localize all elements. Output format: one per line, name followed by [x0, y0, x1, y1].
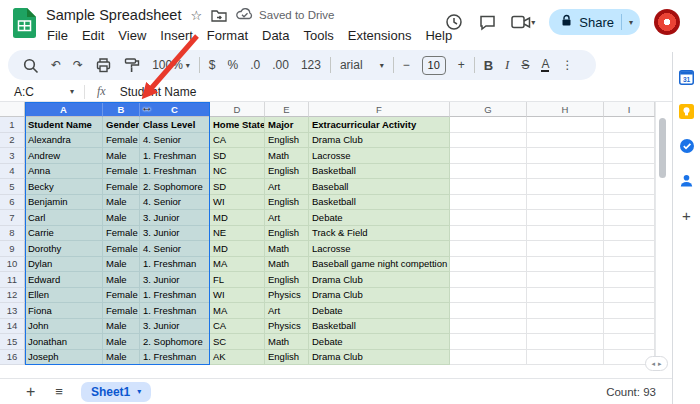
cell-E5[interactable]: Art [265, 179, 309, 195]
cell-G3[interactable] [450, 148, 527, 164]
cell-C10[interactable]: 1. Freshman [140, 257, 210, 273]
cell-C9[interactable]: 4. Senior [140, 241, 210, 257]
cell-A16[interactable]: Joseph [25, 350, 103, 366]
contacts-icon[interactable] [679, 173, 694, 192]
cell-D7[interactable]: MD [210, 210, 265, 226]
cell-A5[interactable]: Becky [25, 179, 103, 195]
cell-G4[interactable] [450, 164, 527, 180]
cell-E1[interactable]: Major [265, 117, 309, 133]
cell-H14[interactable] [527, 319, 604, 335]
redo-icon[interactable]: ↷ [67, 50, 89, 80]
cell-D9[interactable]: MD [210, 241, 265, 257]
cell-A12[interactable]: Ellen [25, 288, 103, 304]
cell-F1[interactable]: Extracurricular Activity [309, 117, 450, 133]
cell-C6[interactable]: 4. Senior [140, 195, 210, 211]
row-header-14[interactable]: 14 [0, 319, 25, 335]
more-toolbar-icon[interactable]: ⋮ [555, 50, 579, 80]
cell-H15[interactable] [527, 334, 604, 350]
font-size-field[interactable]: 10 [416, 50, 452, 80]
cell-G7[interactable] [450, 210, 527, 226]
cell-F13[interactable]: Debate [309, 303, 450, 319]
row-header-12[interactable]: 12 [0, 288, 25, 304]
increase-font-size-button[interactable]: + [452, 50, 471, 80]
cell-B5[interactable]: Female [103, 179, 140, 195]
cell-F8[interactable]: Track & Field [309, 226, 450, 242]
cell-G15[interactable] [450, 334, 527, 350]
cell-F2[interactable]: Drama Club [309, 133, 450, 149]
cell-I13[interactable] [604, 303, 655, 319]
cell-I5[interactable] [604, 179, 655, 195]
col-header-D[interactable]: D [210, 102, 265, 117]
row-header-9[interactable]: 9 [0, 241, 25, 257]
cell-D10[interactable]: MA [210, 257, 265, 273]
col-header-H[interactable]: H [527, 102, 604, 117]
vertical-scrollbar-thumb[interactable] [659, 118, 666, 178]
col-header-I[interactable]: I [604, 102, 655, 117]
undo-icon[interactable]: ↶ [45, 50, 67, 80]
search-menus-icon[interactable] [16, 50, 45, 80]
cell-H11[interactable] [527, 272, 604, 288]
text-color-button[interactable]: A [535, 50, 555, 80]
cell-I8[interactable] [604, 226, 655, 242]
cell-C7[interactable]: 3. Junior [140, 210, 210, 226]
cell-E9[interactable]: Math [265, 241, 309, 257]
horizontal-scroll-control[interactable]: ◂ ▸ [645, 356, 668, 371]
col-header-A[interactable]: A [25, 102, 103, 117]
cell-C1[interactable]: Class Level [140, 117, 210, 133]
cell-G1[interactable] [450, 117, 527, 133]
row-header-15[interactable]: 15 [0, 334, 25, 350]
font-select[interactable]: arial ▾ [334, 50, 390, 80]
cell-A2[interactable]: Alexandra [25, 133, 103, 149]
cell-H5[interactable] [527, 179, 604, 195]
cell-B6[interactable]: Male [103, 195, 140, 211]
col-header-C[interactable]: C [140, 102, 210, 117]
row-header-13[interactable]: 13 [0, 303, 25, 319]
cell-F9[interactable]: Lacrosse [309, 241, 450, 257]
cell-A13[interactable]: Fiona [25, 303, 103, 319]
cell-D2[interactable]: CA [210, 133, 265, 149]
cell-B9[interactable]: Female [103, 241, 140, 257]
cell-A9[interactable]: Dorothy [25, 241, 103, 257]
cell-E3[interactable]: Math [265, 148, 309, 164]
cell-G13[interactable] [450, 303, 527, 319]
cell-H3[interactable] [527, 148, 604, 164]
cell-C13[interactable]: 1. Freshman [140, 303, 210, 319]
cell-B4[interactable]: Female [103, 164, 140, 180]
all-sheets-icon[interactable]: ≡ [55, 384, 63, 399]
cell-B8[interactable]: Female [103, 226, 140, 242]
row-header-6[interactable]: 6 [0, 195, 25, 211]
cell-A4[interactable]: Anna [25, 164, 103, 180]
cell-G8[interactable] [450, 226, 527, 242]
sheet-tab-sheet1[interactable]: Sheet1 ▾ [81, 382, 151, 402]
cell-B7[interactable]: Male [103, 210, 140, 226]
menu-tools[interactable]: Tools [296, 27, 340, 44]
formula-input[interactable]: Student Name [120, 85, 197, 99]
cell-G5[interactable] [450, 179, 527, 195]
cell-H7[interactable] [527, 210, 604, 226]
cell-A1[interactable]: Student Name [25, 117, 103, 133]
selection-count[interactable]: Count: 93 [606, 386, 656, 398]
row-header-10[interactable]: 10 [0, 257, 25, 273]
cell-E11[interactable]: English [265, 272, 309, 288]
zoom-select[interactable]: 100% ▾ [146, 50, 196, 80]
cell-B3[interactable]: Male [103, 148, 140, 164]
more-formats-button[interactable]: 123 [295, 50, 327, 80]
cell-H6[interactable] [527, 195, 604, 211]
saved-status[interactable]: Saved to Drive [236, 8, 334, 22]
cell-I12[interactable] [604, 288, 655, 304]
row-header-8[interactable]: 8 [0, 226, 25, 242]
cell-H10[interactable] [527, 257, 604, 273]
cell-F14[interactable]: Basketball [309, 319, 450, 335]
cell-G16[interactable] [450, 350, 527, 366]
format-percent-button[interactable]: % [222, 50, 245, 80]
col-header-E[interactable]: E [265, 102, 309, 117]
cell-E15[interactable]: Math [265, 334, 309, 350]
cell-B11[interactable]: Male [103, 272, 140, 288]
cell-I1[interactable] [604, 117, 655, 133]
cell-F3[interactable]: Lacrosse [309, 148, 450, 164]
cell-F10[interactable]: Baseball game night compettion [309, 257, 450, 273]
cell-C16[interactable]: 1. Freshman [140, 350, 210, 366]
cell-I9[interactable] [604, 241, 655, 257]
cell-A15[interactable]: Jonathan [25, 334, 103, 350]
cell-I15[interactable] [604, 334, 655, 350]
